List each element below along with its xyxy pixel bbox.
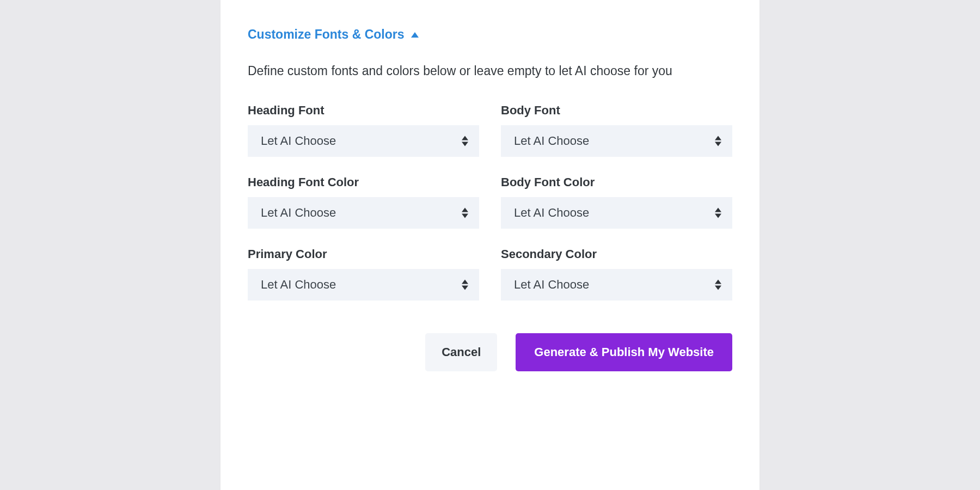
label-body-font: Body Font xyxy=(501,103,732,118)
select-value: Let AI Choose xyxy=(514,278,589,292)
select-arrows-icon xyxy=(462,207,468,218)
select-heading-font-color[interactable]: Let AI Choose xyxy=(248,197,479,229)
field-heading-font: Heading Font Let AI Choose xyxy=(248,103,479,157)
actions-row: Cancel Generate & Publish My Website xyxy=(248,333,732,371)
select-body-font-color[interactable]: Let AI Choose xyxy=(501,197,732,229)
select-secondary-color[interactable]: Let AI Choose xyxy=(501,269,732,301)
select-arrows-icon xyxy=(715,207,721,218)
select-value: Let AI Choose xyxy=(514,206,589,220)
select-arrows-icon xyxy=(462,136,468,146)
customize-panel: Customize Fonts & Colors Define custom f… xyxy=(220,0,759,490)
generate-publish-button[interactable]: Generate & Publish My Website xyxy=(516,333,732,371)
field-secondary-color: Secondary Color Let AI Choose xyxy=(501,247,732,301)
caret-up-icon xyxy=(411,32,419,38)
section-description: Define custom fonts and colors below or … xyxy=(248,62,716,81)
label-body-font-color: Body Font Color xyxy=(501,175,732,189)
label-heading-font: Heading Font xyxy=(248,103,479,118)
field-heading-font-color: Heading Font Color Let AI Choose xyxy=(248,175,479,229)
select-value: Let AI Choose xyxy=(261,278,336,292)
select-value: Let AI Choose xyxy=(261,206,336,220)
select-heading-font[interactable]: Let AI Choose xyxy=(248,125,479,157)
fields-grid: Heading Font Let AI Choose Body Font Let… xyxy=(248,103,732,301)
field-body-font: Body Font Let AI Choose xyxy=(501,103,732,157)
customize-fonts-colors-toggle[interactable]: Customize Fonts & Colors xyxy=(248,27,732,42)
section-title-text: Customize Fonts & Colors xyxy=(248,27,405,42)
select-arrows-icon xyxy=(462,279,468,290)
cancel-button[interactable]: Cancel xyxy=(425,333,497,371)
select-arrows-icon xyxy=(715,279,721,290)
field-primary-color: Primary Color Let AI Choose xyxy=(248,247,479,301)
label-primary-color: Primary Color xyxy=(248,247,479,261)
select-body-font[interactable]: Let AI Choose xyxy=(501,125,732,157)
label-secondary-color: Secondary Color xyxy=(501,247,732,261)
select-value: Let AI Choose xyxy=(261,134,336,148)
select-value: Let AI Choose xyxy=(514,134,589,148)
field-body-font-color: Body Font Color Let AI Choose xyxy=(501,175,732,229)
select-primary-color[interactable]: Let AI Choose xyxy=(248,269,479,301)
select-arrows-icon xyxy=(715,136,721,146)
label-heading-font-color: Heading Font Color xyxy=(248,175,479,189)
